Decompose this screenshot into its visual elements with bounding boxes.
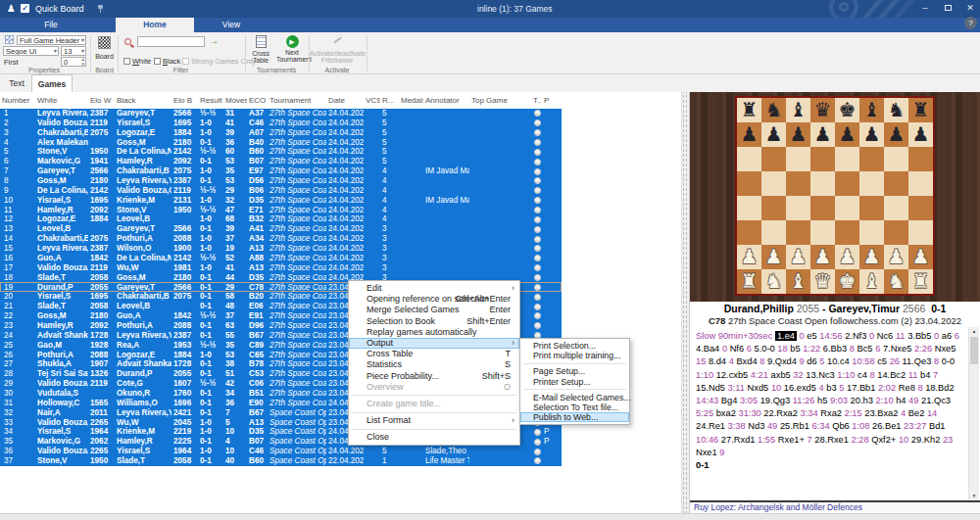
board-square[interactable]: ♟ xyxy=(884,122,908,147)
board-square[interactable]: ♚ xyxy=(835,269,859,294)
board-button[interactable]: Board xyxy=(93,35,116,65)
move[interactable]: 17.Bb1 xyxy=(847,383,875,393)
table-row[interactable]: 37Stone,V1950Slade,T20580-140B60Space Co… xyxy=(0,456,562,466)
table-row[interactable]: 3Chakrabarti,B2075Logozar,E18841-039A072… xyxy=(0,128,562,138)
move[interactable]: d6 xyxy=(807,356,816,366)
board-square[interactable] xyxy=(761,196,786,220)
column-header[interactable]: R... xyxy=(380,96,399,105)
board-square[interactable]: ♟ xyxy=(761,245,786,269)
board-square[interactable] xyxy=(786,147,810,171)
menu-item-merge-selected-games[interactable]: Merge Selected GamesEnter xyxy=(349,305,519,315)
column-header[interactable]: Top Game xyxy=(469,96,531,105)
table-row[interactable]: 1Leyva Rivera,Y2387Gareyev,T2566½-½31A37… xyxy=(0,109,562,118)
panel-splitter[interactable] xyxy=(681,92,690,513)
move[interactable]: Re8 xyxy=(899,383,915,393)
board-square[interactable] xyxy=(737,220,761,245)
table-row[interactable]: 36Valido Bouza,C2265Yisrael,S19641-010C4… xyxy=(0,447,562,456)
move[interactable]: axb5 xyxy=(771,370,791,380)
table-row[interactable]: 9De La Colina,N2142Valido Bouza,C2119½-½… xyxy=(0,186,562,196)
column-header[interactable]: VCS xyxy=(364,96,380,105)
move[interactable]: b4 xyxy=(920,370,930,380)
table-row[interactable]: 10Yisrael,S1695Krienke,M21311-032D3527th… xyxy=(0,196,562,206)
board-square[interactable]: ♝ xyxy=(859,98,884,122)
move[interactable]: e5 xyxy=(807,331,816,341)
board-square[interactable]: ♞ xyxy=(884,98,908,122)
board-square[interactable] xyxy=(908,220,933,245)
move[interactable]: 16.exd5 xyxy=(784,383,816,393)
board-square[interactable] xyxy=(786,196,810,220)
board-square[interactable] xyxy=(908,171,933,196)
board-square[interactable]: ♜ xyxy=(908,98,933,122)
move[interactable]: c5 xyxy=(877,356,887,366)
column-header[interactable]: Elo B xyxy=(172,96,198,105)
scroll-down-icon[interactable]: ▼ xyxy=(969,492,979,500)
table-row[interactable]: 11Hamley,R2092Stone,V1950½-½47E7127th Sp… xyxy=(0,206,562,215)
header-style-combo[interactable]: Full Game Header ▾ xyxy=(17,35,86,45)
board-square[interactable] xyxy=(908,196,933,220)
board-square[interactable]: ♞ xyxy=(884,269,908,294)
board-square[interactable]: ♟ xyxy=(908,245,933,269)
column-header[interactable]: Result xyxy=(198,96,223,105)
move[interactable]: 0-0 xyxy=(942,356,955,366)
table-row[interactable]: 5Stone,V1950De La Colina,N2142½-½60B6027… xyxy=(0,147,562,157)
move[interactable]: 22.Rxa2 xyxy=(763,408,798,418)
move[interactable]: 29.Kh2 xyxy=(911,435,940,445)
board-square[interactable] xyxy=(859,220,884,245)
board-square[interactable]: ♟ xyxy=(835,245,859,269)
move[interactable]: h5 xyxy=(817,396,827,405)
move[interactable]: 24.Re1 xyxy=(696,421,725,431)
board-square[interactable] xyxy=(884,196,908,220)
column-header[interactable]: Number xyxy=(0,96,35,105)
column-header[interactable]: Medals xyxy=(399,96,423,105)
board-square[interactable] xyxy=(761,147,786,171)
board-square[interactable] xyxy=(835,147,859,171)
menu-item-list-format[interactable]: List Format› xyxy=(349,415,519,426)
board-square[interactable] xyxy=(761,220,786,245)
board-square[interactable] xyxy=(737,171,761,196)
move[interactable]: 5.0-0 xyxy=(754,344,774,354)
white-checkbox[interactable]: White xyxy=(123,57,151,66)
filter-search-input[interactable] xyxy=(137,36,205,47)
move[interactable]: Bc5 xyxy=(858,344,873,354)
move[interactable]: 9.Qxd4 xyxy=(767,356,797,366)
move[interactable]: 15.Nd5 xyxy=(696,383,725,393)
move[interactable]: 18.Bd2 xyxy=(925,383,954,393)
table-row[interactable]: 17Valido Bouza,C2119Wu,W19811-041A1327th… xyxy=(0,263,562,273)
scrollbar-thumb[interactable] xyxy=(970,337,978,364)
help-button[interactable]: ? xyxy=(964,17,977,29)
move[interactable]: Qxf2+ xyxy=(871,435,896,445)
menu-item-opening-reference-on-selection[interactable]: Opening reference on selectionCtrl+Alt+E… xyxy=(349,294,519,305)
submenu-item-printer-setup[interactable]: Printer Setup... xyxy=(520,377,629,387)
board-square[interactable]: ♟ xyxy=(761,122,786,147)
board-square[interactable] xyxy=(835,196,859,220)
board-square[interactable]: ♞ xyxy=(761,269,786,294)
move[interactable]: Nf6 xyxy=(730,344,744,354)
move[interactable]: 23.Bxa2 xyxy=(864,408,898,418)
font-combo[interactable]: Segoe UI ▾ xyxy=(3,46,59,56)
board-square[interactable]: ♟ xyxy=(786,122,810,147)
font-size-combo[interactable]: 13 ▾ xyxy=(61,46,86,56)
apply-filter-arrow-icon[interactable]: → xyxy=(209,35,219,47)
table-row[interactable]: 4Alex MalekanGoss,M21800-136B4027th Spac… xyxy=(0,138,562,148)
restore-button[interactable] xyxy=(940,2,956,15)
board-square[interactable] xyxy=(810,196,835,220)
column-header[interactable]: Annotator xyxy=(423,96,469,105)
board-square[interactable]: ♟ xyxy=(859,122,884,147)
menu-item-edit[interactable]: Edit› xyxy=(349,283,519,294)
board-square[interactable] xyxy=(786,220,810,245)
submenu-item-print-selection[interactable]: Print Selection... xyxy=(520,341,629,351)
move[interactable]: Nc6 xyxy=(877,331,894,341)
board-square[interactable] xyxy=(737,196,761,220)
board-square[interactable] xyxy=(835,220,859,245)
move[interactable]: Nxe5 xyxy=(935,344,956,354)
board-square[interactable] xyxy=(884,220,908,245)
move[interactable]: 19.Qg3 xyxy=(760,396,791,405)
table-row[interactable]: 2Valido Bouza,C2119Yisrael,S16951-041C46… xyxy=(0,118,562,128)
minimize-button[interactable]: – xyxy=(917,2,933,15)
board-square[interactable] xyxy=(859,147,884,171)
table-row[interactable]: 16Guo,A1842De La Colina,N2142½-½52A8827t… xyxy=(0,254,562,263)
quick-access-check-icon[interactable]: ✓ xyxy=(21,4,29,13)
board-square[interactable] xyxy=(908,147,933,171)
board-square[interactable] xyxy=(859,171,884,196)
spinner-arrows-icon[interactable]: ▴▾ xyxy=(81,57,84,67)
